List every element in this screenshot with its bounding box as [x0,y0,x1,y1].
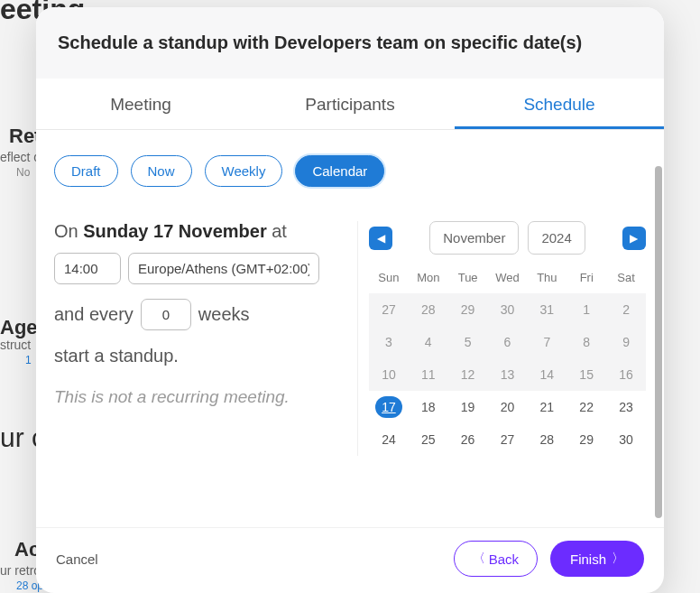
back-label: Back [489,551,519,567]
modal-title: Schedule a standup with Developers team … [58,32,642,53]
dow-sat: Sat [606,267,646,288]
calendar-day[interactable]: 11 [409,358,448,391]
tab-meeting[interactable]: Meeting [36,79,245,129]
calendar-day[interactable]: 14 [527,358,566,391]
calendar-next-button[interactable]: ▶ [622,227,646,250]
pill-now[interactable]: Now [131,155,192,187]
calendar-day[interactable]: 28 [409,293,448,326]
dow-sun: Sun [369,267,409,288]
calendar-day[interactable]: 4 [409,326,448,358]
calendar-day[interactable]: 7 [527,326,566,358]
dow-thu: Thu [527,267,566,288]
back-button[interactable]: 〈 Back [454,541,538,577]
calendar-day[interactable]: 26 [448,423,488,456]
calendar-day[interactable]: 20 [488,391,528,423]
finish-button[interactable]: Finish 〉 [550,541,644,577]
bg-text: ur retro [0,563,41,578]
dow-tue: Tue [448,267,488,288]
dow-mon: Mon [409,267,448,288]
calendar-day[interactable]: 31 [527,293,566,326]
modal-header: Schedule a standup with Developers team … [36,7,664,79]
calendar-day[interactable]: 1 [566,293,606,326]
recurrence-note: This is not a recurring meeting. [54,387,339,407]
text-start: start a standup. [54,338,339,373]
modal-body: Draft Now Weekly Calendar On Sunday 17 N… [36,130,664,527]
timezone-input[interactable] [128,253,319,284]
schedule-summary: On Sunday 17 November at and every weeks… [54,221,339,456]
calendar-row: 3456789 [369,326,646,358]
calendar-day[interactable]: 29 [448,293,488,326]
bg-text: No [16,166,30,179]
calendar-day[interactable]: 6 [488,326,528,358]
calendar-day[interactable]: 2 [606,293,646,326]
selected-day-text: Sunday 17 November [83,221,266,241]
calendar: ◀ November 2024 ▶ Sun Mon Tue Wed Thu [357,221,646,456]
scrollbar-track[interactable] [655,166,662,518]
calendar-day[interactable]: 23 [606,391,646,423]
calendar-dow-header: Sun Mon Tue Wed Thu Fri Sat [369,267,646,288]
calendar-day[interactable]: 22 [566,391,606,423]
month-select[interactable]: November [429,221,519,255]
finish-label: Finish [570,551,606,567]
schedule-modal: Schedule a standup with Developers team … [36,7,664,593]
calendar-row: 17181920212223 [369,391,646,423]
bg-text: 1 [25,354,32,366]
pill-weekly[interactable]: Weekly [205,155,283,187]
scrollbar-thumb[interactable] [655,166,662,518]
calendar-day[interactable]: 28 [527,423,566,456]
dow-fri: Fri [566,267,606,288]
chevron-right-icon: 〉 [612,551,624,567]
tab-participants[interactable]: Participants [245,79,455,129]
calendar-day[interactable]: 10 [369,358,409,391]
text-weeks: weeks [198,297,250,331]
calendar-day[interactable]: 24 [369,423,409,456]
calendar-day[interactable]: 5 [448,326,488,358]
calendar-grid: 2728293031123456789101112131415161718192… [369,293,646,456]
calendar-day[interactable]: 30 [606,423,646,456]
calendar-day[interactable]: 9 [606,326,646,358]
text-on: On [54,221,83,241]
tab-schedule[interactable]: Schedule [455,79,664,129]
calendar-row: 24252627282930 [369,423,646,456]
bg-text: eflect c [0,150,40,164]
text-at: at [267,221,287,241]
calendar-day[interactable]: 16 [606,358,646,391]
pill-calendar[interactable]: Calendar [295,155,384,187]
modal-footer: Cancel 〈 Back Finish 〉 [36,527,664,593]
weeks-input[interactable] [141,299,191,330]
triangle-left-icon: ◀ [377,232,385,245]
triangle-right-icon: ▶ [630,232,638,245]
calendar-day[interactable]: 13 [488,358,528,391]
bg-text: struct [0,338,31,352]
calendar-row: 10111213141516 [369,358,646,391]
schedule-mode-pills: Draft Now Weekly Calendar [54,155,646,187]
calendar-day[interactable]: 12 [448,358,488,391]
time-input[interactable] [54,253,121,284]
calendar-day[interactable]: 21 [527,391,566,423]
calendar-day[interactable]: 18 [409,391,448,423]
cancel-button[interactable]: Cancel [56,551,98,567]
calendar-day[interactable]: 27 [369,293,409,326]
calendar-day[interactable]: 3 [369,326,409,358]
year-select[interactable]: 2024 [528,221,585,255]
text-and-every: and every [54,297,134,331]
tabs: Meeting Participants Schedule [36,79,664,130]
recurrence-sentence: and every weeks start a standup. [54,297,339,373]
calendar-prev-button[interactable]: ◀ [369,227,392,250]
calendar-day[interactable]: 25 [409,423,448,456]
calendar-day[interactable]: 27 [488,423,528,456]
pill-draft[interactable]: Draft [54,155,118,187]
schedule-sentence-on: On Sunday 17 November at [54,221,339,242]
calendar-row: 272829303112 [369,293,646,326]
calendar-day[interactable]: 29 [566,423,606,456]
calendar-day[interactable]: 17 [369,391,409,423]
chevron-left-icon: 〈 [473,551,485,567]
calendar-day[interactable]: 15 [566,358,606,391]
calendar-day[interactable]: 30 [488,293,528,326]
calendar-day[interactable]: 19 [448,391,488,423]
dow-wed: Wed [488,267,528,288]
calendar-day[interactable]: 8 [566,326,606,358]
